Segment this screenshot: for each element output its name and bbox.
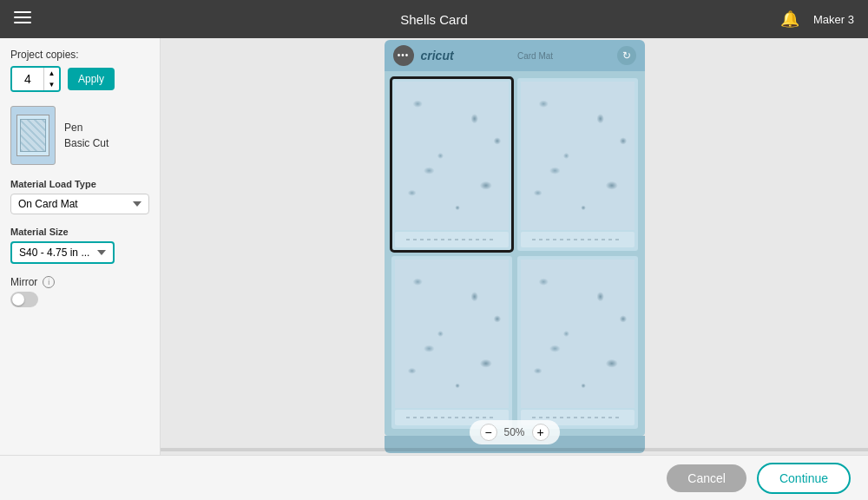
bell-icon[interactable]: 🔔 bbox=[780, 10, 799, 29]
cricut-dots-button[interactable]: ••• bbox=[393, 45, 414, 66]
mat-thumbnail bbox=[10, 106, 56, 165]
cricut-logo: cricut bbox=[421, 49, 454, 62]
sidebar: Project copies: ▲ ▼ Apply Pen Basic Cut bbox=[0, 38, 161, 455]
fold-lines-2 bbox=[532, 239, 623, 240]
toggle-knob bbox=[12, 293, 24, 306]
dots-icon: ••• bbox=[398, 51, 410, 60]
material-size-select[interactable]: S40 - 4.75 in ... bbox=[10, 241, 115, 264]
mat-label-top: Card Mat bbox=[517, 51, 553, 61]
fold-lines-1 bbox=[406, 239, 497, 240]
menu-icon[interactable] bbox=[14, 11, 31, 27]
shells-pattern-4 bbox=[521, 260, 635, 408]
continue-button[interactable]: Continue bbox=[757, 463, 851, 494]
app-footer: Cancel Continue bbox=[0, 455, 868, 500]
mat-thumb-inner bbox=[16, 115, 49, 156]
spin-up-button[interactable]: ▲ bbox=[43, 68, 59, 79]
shells-pattern-2 bbox=[521, 82, 635, 230]
mat-cell-footer-1 bbox=[395, 232, 509, 247]
mat-thumb-pattern bbox=[20, 119, 46, 152]
mat-type-label: Pen Basic Cut bbox=[64, 120, 108, 151]
mat-cell-4 bbox=[517, 256, 638, 429]
mirror-row: Mirror i bbox=[10, 276, 149, 288]
copies-row: ▲ ▼ Apply bbox=[10, 66, 149, 92]
mirror-label: Mirror bbox=[10, 276, 37, 288]
shells-pattern-3 bbox=[395, 260, 509, 408]
mat-cell-design-4 bbox=[521, 260, 635, 408]
copies-spinners: ▲ ▼ bbox=[43, 68, 59, 90]
cancel-button[interactable]: Cancel bbox=[667, 464, 746, 492]
mat-body bbox=[385, 71, 645, 436]
mat-cell-2 bbox=[517, 78, 638, 251]
copies-input-wrap: ▲ ▼ bbox=[10, 66, 61, 92]
mat-cell-design-3 bbox=[395, 260, 509, 408]
page-title: Shells Card bbox=[400, 12, 468, 27]
material-load-label: Material Load Type bbox=[10, 179, 149, 189]
mat-header: ••• cricut Card Mat ↻ bbox=[385, 40, 645, 71]
mat-cell-design-1 bbox=[395, 82, 509, 230]
mat-cell-footer-2 bbox=[521, 232, 635, 247]
app-header: Shells Card 🔔 Maker 3 bbox=[0, 0, 868, 38]
fold-lines-3 bbox=[406, 417, 497, 418]
mat-cell-design-2 bbox=[521, 82, 635, 230]
spin-down-button[interactable]: ▼ bbox=[43, 79, 59, 90]
zoom-level: 50% bbox=[503, 426, 524, 438]
zoom-in-button[interactable]: + bbox=[532, 424, 549, 441]
scroll-hint bbox=[161, 448, 868, 451]
fold-lines-4 bbox=[532, 417, 623, 418]
device-name: Maker 3 bbox=[813, 13, 854, 26]
svg-rect-1 bbox=[14, 16, 31, 18]
canvas-area: ••• cricut Card Mat ↻ bbox=[161, 38, 868, 455]
mat-labels: Pen Basic Cut bbox=[64, 120, 108, 151]
refresh-symbol: ↻ bbox=[622, 49, 631, 62]
refresh-icon[interactable]: ↻ bbox=[617, 46, 636, 65]
main-layout: Project copies: ▲ ▼ Apply Pen Basic Cut bbox=[0, 38, 868, 455]
zoom-out-button[interactable]: − bbox=[479, 424, 496, 441]
mat-cell-1 bbox=[391, 78, 512, 251]
mat-thumbnail-row: Pen Basic Cut bbox=[10, 106, 149, 165]
svg-rect-0 bbox=[14, 11, 31, 13]
mirror-toggle[interactable] bbox=[10, 292, 38, 307]
shells-pattern-1 bbox=[395, 82, 509, 230]
header-right: 🔔 Maker 3 bbox=[780, 10, 854, 29]
card-mat-container: ••• cricut Card Mat ↻ bbox=[385, 40, 645, 453]
copies-input[interactable] bbox=[12, 68, 43, 90]
info-icon[interactable]: i bbox=[43, 276, 55, 288]
material-size-label: Material Size bbox=[10, 227, 149, 237]
project-copies-label: Project copies: bbox=[10, 49, 149, 61]
material-load-select[interactable]: On Card Mat bbox=[10, 194, 149, 214]
mat-cell-3 bbox=[391, 256, 512, 429]
svg-rect-2 bbox=[14, 22, 31, 23]
zoom-controls: − 50% + bbox=[469, 420, 559, 444]
apply-button[interactable]: Apply bbox=[68, 68, 115, 90]
